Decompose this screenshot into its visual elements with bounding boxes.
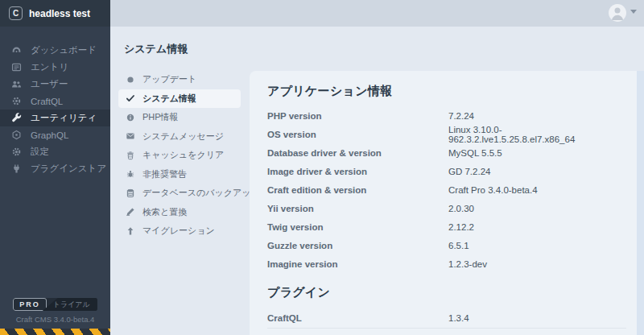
table-row: CraftQL 1.3.4	[267, 308, 626, 329]
plugins-table: CraftQL 1.3.4	[267, 308, 626, 329]
utilities-page: システム情報 アップデート システム情報 PHP情報 システムメッセージ キャッ…	[110, 27, 644, 335]
row-value: Craft Pro 3.4.0-beta.4	[448, 185, 538, 195]
row-label: Yii version	[267, 204, 448, 213]
top-bar	[110, 0, 644, 27]
utility-item-label: 検索と置換	[142, 206, 187, 218]
utility-item-php-info[interactable]: PHP情報	[118, 108, 241, 127]
updates-icon	[126, 75, 135, 85]
user-avatar[interactable]	[609, 4, 626, 22]
page-title: システム情報	[124, 42, 188, 56]
craftql-icon	[11, 96, 22, 106]
bug-icon	[126, 169, 135, 179]
row-value: Linux 3.10.0-962.3.2.lve1.5.25.8.el7.x86…	[448, 125, 626, 144]
edition-badge: PRO	[13, 298, 47, 311]
main-nav: ダッシュボード エントリ ユーザー CraftQL ユーティリティ GraphQ…	[0, 27, 110, 177]
sidebar-item-craftql[interactable]: CraftQL	[0, 93, 110, 110]
sidebar-item-label: ユーティリティ	[31, 112, 97, 124]
row-label: Guzzle version	[267, 241, 448, 250]
table-row: Guzzle version 6.5.1	[267, 236, 626, 254]
sidebar-item-label: ユーザー	[31, 78, 68, 90]
row-value: 7.2.24	[448, 111, 474, 121]
utilities-nav: アップデート システム情報 PHP情報 システムメッセージ キャッシュをクリア …	[118, 70, 241, 241]
utility-item-label: PHP情報	[142, 111, 179, 123]
sidebar-item-plugin-store[interactable]: プラグインストア	[0, 160, 110, 177]
sidebar-item-label: エントリ	[31, 61, 68, 73]
craft-admin-window: C headless test ダッシュボード エントリ ユーザー CraftQ…	[0, 0, 644, 335]
sidebar-item-graphql[interactable]: GraphQL	[0, 126, 110, 143]
database-icon	[126, 188, 135, 198]
sidebar-item-dashboard[interactable]: ダッシュボード	[0, 42, 110, 59]
utility-item-label: キャッシュをクリア	[142, 149, 224, 161]
row-label: OS version	[267, 130, 448, 139]
row-value: 1.3.4	[448, 313, 469, 323]
row-label: CraftQL	[267, 313, 448, 323]
utility-item-migrations[interactable]: マイグレーション	[118, 221, 241, 241]
trial-hazard-stripe	[0, 329, 110, 335]
table-row: OS version Linux 3.10.0-962.3.2.lve1.5.2…	[267, 125, 626, 143]
utility-item-deprecation-warnings[interactable]: 非推奨警告	[118, 165, 241, 184]
utility-item-system-messages[interactable]: システムメッセージ	[118, 127, 241, 147]
sidebar-item-label: GraphQL	[31, 130, 68, 140]
sidebar-item-settings[interactable]: 設定	[0, 143, 110, 160]
craft-logo-icon: C	[9, 6, 23, 20]
sidebar-item-users[interactable]: ユーザー	[0, 76, 110, 93]
row-value: 6.5.1	[448, 241, 469, 250]
settings-gear-icon	[11, 147, 22, 157]
row-label: Twig version	[267, 222, 448, 232]
row-label: Database driver & version	[267, 148, 448, 158]
utility-item-label: システム情報	[142, 93, 196, 105]
info-icon	[126, 113, 135, 122]
utility-item-label: システムメッセージ	[142, 130, 224, 143]
plugins-section: プラグイン CraftQL 1.3.4	[267, 285, 626, 329]
row-value: 2.0.30	[448, 204, 474, 213]
table-row: Database driver & version MySQL 5.5.5	[267, 143, 626, 162]
sidebar-item-label: ダッシュボード	[31, 44, 97, 56]
chevron-down-icon[interactable]	[630, 10, 637, 14]
utility-item-label: 非推奨警告	[142, 168, 187, 180]
utility-item-find-replace[interactable]: 検索と置換	[118, 203, 241, 222]
sidebar-item-label: 設定	[31, 146, 49, 158]
sidebar-item-entries[interactable]: エントリ	[0, 59, 110, 76]
app-info-heading: アプリケーション情報	[267, 84, 626, 99]
plugin-store-icon	[11, 163, 22, 174]
table-row: Yii version 2.0.30	[267, 199, 626, 217]
utility-item-label: データベースのバックアップ	[142, 187, 260, 199]
utility-item-db-backup[interactable]: データベースのバックアップ	[118, 184, 241, 203]
row-label: Image driver & version	[267, 167, 448, 176]
check-icon	[126, 93, 135, 103]
users-icon	[11, 79, 22, 89]
site-name: headless test	[29, 8, 90, 19]
wrench-icon	[11, 113, 22, 123]
app-info-table: PHP version 7.2.24 OS version Linux 3.10…	[267, 106, 626, 273]
gauge-icon	[11, 45, 22, 56]
plugins-heading: プラグイン	[267, 285, 626, 300]
table-row: Twig version 2.12.2	[267, 217, 626, 236]
utility-item-clear-caches[interactable]: キャッシュをクリア	[118, 146, 241, 165]
sidebar-item-utilities[interactable]: ユーティリティ	[0, 110, 110, 126]
trial-label: トライアル	[43, 298, 97, 311]
main-sidebar: C headless test ダッシュボード エントリ ユーザー CraftQ…	[0, 0, 110, 335]
row-label: Craft edition & version	[267, 185, 448, 195]
entries-icon	[11, 62, 22, 72]
table-row: Image driver & version GD 7.2.24	[267, 162, 626, 180]
utility-item-updates[interactable]: アップデート	[118, 70, 241, 89]
envelope-icon	[126, 131, 135, 141]
row-value: GD 7.2.24	[448, 167, 490, 176]
craft-version-label: Craft CMS 3.4.0-beta.4	[0, 315, 110, 324]
vertical-scrollbar[interactable]	[637, 71, 644, 335]
sidebar-item-label: プラグインストア	[31, 163, 106, 175]
trial-badge[interactable]: PRO トライアル	[13, 298, 97, 311]
sidebar-footer: PRO トライアル Craft CMS 3.4.0-beta.4	[0, 298, 110, 324]
trash-icon	[126, 151, 135, 160]
utility-item-system-report[interactable]: システム情報	[118, 89, 241, 109]
utility-item-label: アップデート	[142, 73, 196, 85]
row-label: Imagine version	[267, 259, 448, 269]
sidebar-header[interactable]: C headless test	[0, 0, 110, 27]
table-row: PHP version 7.2.24	[267, 106, 626, 125]
sidebar-item-label: CraftQL	[31, 97, 63, 106]
row-label: PHP version	[267, 111, 448, 121]
row-value: MySQL 5.5.5	[448, 148, 502, 158]
arrow-up-icon	[126, 226, 135, 236]
table-row: Imagine version 1.2.3-dev	[267, 254, 626, 273]
search-replace-icon	[126, 207, 135, 217]
